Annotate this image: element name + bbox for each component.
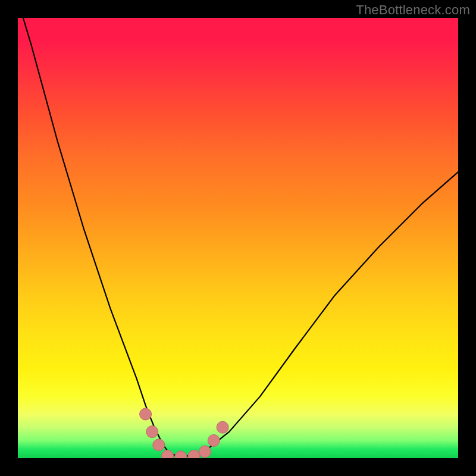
marker-m5 bbox=[175, 451, 187, 458]
curve-layer bbox=[18, 18, 458, 458]
marker-m4 bbox=[162, 450, 174, 458]
plot-area bbox=[18, 18, 458, 458]
marker-m3 bbox=[153, 439, 165, 451]
marker-m8 bbox=[208, 434, 220, 446]
markers-group bbox=[140, 408, 229, 458]
marker-m2 bbox=[146, 426, 158, 438]
marker-m9 bbox=[217, 421, 228, 433]
chart-frame: TheBottleneck.com bbox=[0, 0, 476, 476]
marker-m1 bbox=[140, 408, 152, 420]
bottleneck-curve bbox=[18, 18, 458, 456]
watermark-text: TheBottleneck.com bbox=[356, 2, 470, 18]
marker-m7 bbox=[199, 446, 211, 458]
marker-m6 bbox=[188, 450, 200, 458]
